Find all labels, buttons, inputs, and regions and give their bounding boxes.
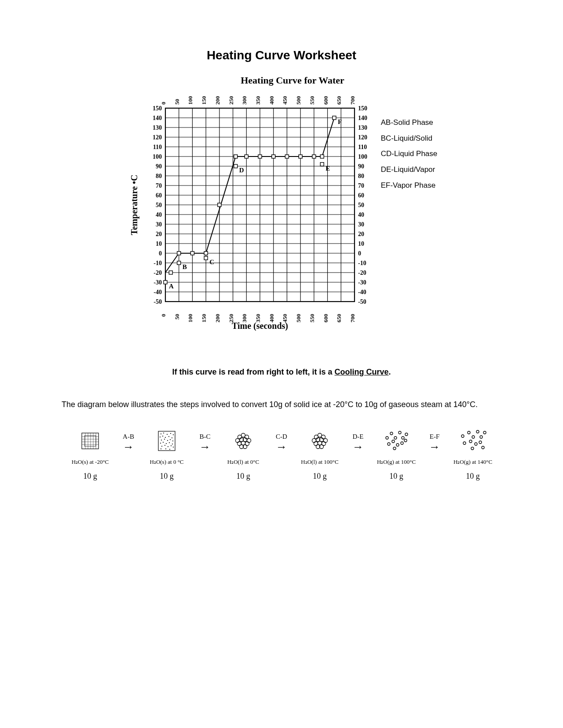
svg-rect-111 xyxy=(169,271,172,274)
svg-point-208 xyxy=(396,444,399,446)
phase-diagram: H₂O(s) at -20°C 10 g A-B → H₂O(s) at 0 °… xyxy=(62,428,501,481)
svg-point-169 xyxy=(165,445,165,446)
svg-point-175 xyxy=(169,449,170,450)
svg-text:-40: -40 xyxy=(154,289,162,295)
svg-point-159 xyxy=(164,439,165,440)
svg-text:100: 100 xyxy=(358,153,367,160)
svg-text:130: 130 xyxy=(153,124,162,131)
svg-rect-109 xyxy=(164,280,167,284)
gas-sparse-icon xyxy=(381,429,412,453)
svg-point-165 xyxy=(166,443,167,444)
svg-text:250: 250 xyxy=(227,96,234,105)
svg-point-170 xyxy=(168,446,168,447)
svg-text:-20: -20 xyxy=(358,269,366,276)
svg-text:700: 700 xyxy=(349,314,356,323)
svg-text:140: 140 xyxy=(358,115,367,121)
svg-text:90: 90 xyxy=(156,163,162,170)
svg-text:700: 700 xyxy=(349,96,356,105)
phase-gas-100: H₂O(g) at 100°C 10 g xyxy=(370,428,423,481)
svg-point-221 xyxy=(471,447,474,450)
svg-rect-116 xyxy=(204,256,208,260)
svg-text:E: E xyxy=(325,165,330,172)
svg-point-158 xyxy=(161,440,162,440)
svg-text:A: A xyxy=(169,283,174,290)
svg-text:550: 550 xyxy=(309,314,315,323)
svg-text:0: 0 xyxy=(160,314,167,317)
svg-point-200 xyxy=(386,437,388,439)
svg-text:30: 30 xyxy=(156,221,162,228)
svg-rect-125 xyxy=(271,155,275,158)
svg-text:110: 110 xyxy=(358,144,367,150)
svg-text:-20: -20 xyxy=(154,269,162,276)
svg-text:-30: -30 xyxy=(154,279,162,286)
svg-text:80: 80 xyxy=(358,173,364,179)
svg-point-156 xyxy=(168,436,169,437)
svg-rect-129 xyxy=(320,163,324,166)
svg-rect-114 xyxy=(177,251,180,255)
liquid-cluster-icon xyxy=(308,430,332,452)
svg-point-171 xyxy=(171,445,172,446)
svg-text:150: 150 xyxy=(153,105,162,112)
svg-text:40: 40 xyxy=(358,211,364,218)
svg-point-223 xyxy=(482,446,484,449)
phase-solid-neg20: H₂O(s) at -20°C 10 g xyxy=(64,428,117,481)
svg-text:B: B xyxy=(182,263,186,270)
svg-text:50: 50 xyxy=(358,202,364,208)
svg-text:150: 150 xyxy=(358,105,367,112)
svg-point-215 xyxy=(476,430,479,433)
arrow-de: D-E → xyxy=(349,428,367,453)
svg-point-148 xyxy=(161,433,161,434)
phase-solid-0: H₂O(s) at 0 °C 10 g xyxy=(140,428,193,481)
svg-text:140: 140 xyxy=(153,115,162,121)
right-arrow-icon: → xyxy=(352,441,364,453)
svg-text:80: 80 xyxy=(156,173,162,179)
legend-ab: AB-Solid Phase xyxy=(381,115,438,131)
svg-point-207 xyxy=(392,440,395,443)
arrow-cd: C-D → xyxy=(272,428,291,453)
svg-text:300: 300 xyxy=(241,96,248,105)
svg-text:0: 0 xyxy=(159,250,162,257)
svg-text:C: C xyxy=(209,258,214,266)
svg-rect-131 xyxy=(320,155,324,158)
svg-point-209 xyxy=(393,447,396,450)
svg-text:-10: -10 xyxy=(154,260,162,266)
right-arrow-icon: → xyxy=(429,441,440,453)
svg-point-160 xyxy=(167,440,168,441)
svg-point-203 xyxy=(398,431,401,434)
svg-point-151 xyxy=(170,433,171,434)
svg-point-173 xyxy=(161,448,161,449)
svg-text:500: 500 xyxy=(295,314,302,323)
svg-text:130: 130 xyxy=(358,124,367,131)
svg-point-149 xyxy=(163,433,164,433)
svg-point-213 xyxy=(468,431,470,434)
legend-de: DE-Liquid/Vapor xyxy=(381,162,438,178)
svg-rect-115 xyxy=(190,251,194,255)
svg-point-172 xyxy=(173,447,174,448)
svg-text:60: 60 xyxy=(358,192,364,199)
svg-text:450: 450 xyxy=(282,96,288,105)
svg-text:120: 120 xyxy=(358,134,367,141)
svg-text:Time (seconds): Time (seconds) xyxy=(232,321,288,331)
legend-cd: CD-Liquid Phase xyxy=(381,146,438,162)
svg-text:120: 120 xyxy=(153,134,162,141)
svg-rect-128 xyxy=(312,155,316,158)
page-title: Heating Curve Worksheet xyxy=(62,48,501,62)
svg-rect-123 xyxy=(245,155,248,158)
svg-point-212 xyxy=(461,435,464,437)
svg-text:600: 600 xyxy=(322,314,329,323)
svg-text:30: 30 xyxy=(358,221,364,228)
svg-point-216 xyxy=(480,436,483,438)
gas-sparse-icon xyxy=(457,429,488,453)
legend-bc: BC-Liquid/Solid xyxy=(381,131,438,146)
svg-rect-124 xyxy=(258,155,262,158)
svg-rect-122 xyxy=(234,155,237,158)
svg-text:20: 20 xyxy=(156,231,162,237)
svg-text:200: 200 xyxy=(214,96,221,105)
svg-text:100: 100 xyxy=(153,153,162,160)
svg-point-220 xyxy=(475,443,477,445)
ice-random-icon xyxy=(157,430,177,451)
arrow-ef: E-F → xyxy=(425,428,444,453)
svg-point-204 xyxy=(402,437,404,439)
svg-point-211 xyxy=(404,439,407,442)
svg-point-166 xyxy=(169,442,170,443)
